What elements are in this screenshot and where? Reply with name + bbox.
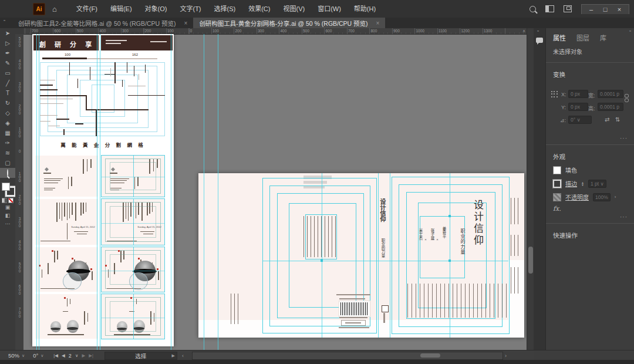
artboard-grid-template[interactable]: 創 研 分 享 100 162 萬 能 黃 金 分 割 網 格 Sunday, … <box>32 34 174 346</box>
scroll-right-icon[interactable]: › <box>505 353 507 359</box>
edit-toolbar-icon[interactable]: ⋯ <box>0 220 15 228</box>
eyedropper-tool[interactable]: ✑ <box>0 138 15 148</box>
transform-more-options[interactable]: ··· <box>546 135 634 141</box>
rectangle-tool[interactable]: ▭ <box>0 68 15 78</box>
chevron-down-icon[interactable]: ∨ <box>75 353 79 358</box>
menu-item[interactable]: 文件(F) <box>70 0 104 18</box>
pen-tool[interactable]: ✒ <box>0 48 15 58</box>
fx-button[interactable]: fx. <box>546 204 634 214</box>
type-tool[interactable]: T <box>0 88 15 98</box>
rotation-select[interactable]: 0° ∨ <box>33 352 43 359</box>
zoom-level-select[interactable]: 50% ∨ <box>8 352 25 359</box>
fill-color-swatch[interactable] <box>553 166 561 174</box>
opacity-link[interactable]: 不透明度 <box>565 193 589 201</box>
thumbnail-spread[interactable] <box>35 247 98 292</box>
scale-tool[interactable]: ◇ <box>0 108 15 118</box>
menu-item[interactable]: 视图(V) <box>276 0 311 18</box>
tab-document-2[interactable]: 创研构图工具-黄金分割网格-分享.ai @ 50 % (RGB/CPU 预览) … <box>193 18 385 28</box>
menu-item[interactable]: 帮助(H) <box>348 0 382 18</box>
panel-collapse-marks[interactable]: ” <box>4 19 5 28</box>
guide[interactable] <box>97 34 97 350</box>
opacity-more-icon[interactable]: › <box>615 194 616 200</box>
menu-item[interactable]: 选择(S) <box>208 0 242 18</box>
tab-close-icon[interactable]: × <box>376 20 380 26</box>
rotate-tool[interactable]: ↻ <box>0 98 15 108</box>
home-icon[interactable]: ⌂ <box>52 5 57 14</box>
opacity-field[interactable]: 100% <box>593 193 611 201</box>
tab-properties[interactable]: 属性 <box>553 33 566 42</box>
back-cover-text-block[interactable] <box>303 216 338 257</box>
link-dimensions-icon[interactable] <box>624 94 629 102</box>
selection-tool[interactable]: ➤ <box>0 28 15 38</box>
workspace-switcher-icon[interactable] <box>564 5 572 12</box>
blend-tool[interactable]: ≋ <box>0 148 15 158</box>
stroke-stepper[interactable]: ▲▼ <box>581 181 584 186</box>
anchor-handle[interactable] <box>448 215 451 217</box>
front-cover-text-block[interactable] <box>407 284 508 318</box>
guide[interactable] <box>171 34 171 350</box>
draw-mode-icon[interactable]: ▣ <box>0 203 15 211</box>
y-field[interactable]: 0 px <box>568 103 588 111</box>
canvas[interactable]: 7006005004003002001000100200300400500600… <box>23 28 527 350</box>
height-field[interactable]: 0.0001 p <box>598 103 623 111</box>
tab-close-icon[interactable]: × <box>184 20 188 26</box>
anchor-handle[interactable] <box>321 259 323 262</box>
stroke-link[interactable]: 描边 <box>565 179 577 188</box>
guide[interactable] <box>218 34 218 350</box>
line-segment-tool[interactable]: ╱ <box>0 78 15 88</box>
search-icon[interactable] <box>530 6 536 12</box>
reference-point-icon[interactable] <box>551 90 558 98</box>
tab-libraries[interactable]: 库 <box>600 33 606 42</box>
menu-item[interactable]: 对象(O) <box>139 0 174 18</box>
golden-ratio-grid-figure[interactable] <box>40 62 165 136</box>
tab-document-1[interactable]: 创研构图工具2-全能等比网格.ai @ 50 % (RGB/CPU 预览) × <box>12 18 193 28</box>
artboard-tool[interactable]: ▢ <box>0 158 15 168</box>
back-cover-credits[interactable] <box>231 294 241 324</box>
horizontal-scrollbar-thumb[interactable] <box>420 353 440 358</box>
thumbnail-spread[interactable]: Sunday, April 15, 2012 <box>102 199 164 245</box>
ruler-origin-corner[interactable] <box>15 28 23 34</box>
gradient-tool[interactable]: ▦ <box>0 128 15 138</box>
menu-item[interactable]: 效果(C) <box>242 0 276 18</box>
cover-title[interactable]: 设计信仰 <box>471 200 485 247</box>
fill-stroke-swatches[interactable] <box>0 181 15 197</box>
flip-vertical-icon[interactable]: ⇅ <box>615 116 620 123</box>
scroll-left-icon[interactable]: ‹ <box>182 353 184 359</box>
opacity-swatch[interactable] <box>553 193 561 201</box>
first-artboard-icon[interactable]: |◀ <box>53 353 58 358</box>
thumbnail-spread[interactable]: Sunday, April 15, 2012 <box>35 199 98 245</box>
zoom-tool[interactable] <box>0 168 15 178</box>
curvature-tool[interactable]: ✎ <box>0 58 15 68</box>
menu-item[interactable]: 文字(T) <box>173 0 207 18</box>
guide[interactable] <box>100 34 100 350</box>
tab-layers[interactable]: 图层 <box>576 33 589 42</box>
stroke-width-field[interactable]: 1 pt ∨ <box>588 180 606 188</box>
direct-selection-tool[interactable]: ▷ <box>0 38 15 48</box>
none-swatch[interactable] <box>8 198 14 203</box>
anchor-handle[interactable] <box>448 259 451 262</box>
guide[interactable] <box>378 173 379 338</box>
guide[interactable] <box>39 34 39 350</box>
status-menu-icon[interactable]: ▶ <box>171 353 174 358</box>
width-tool[interactable]: ◈ <box>0 118 15 128</box>
panel-collapse-marks[interactable]: ” <box>537 29 539 35</box>
scroll-up-icon[interactable]: ∧ <box>522 29 525 33</box>
width-field[interactable]: 0.0001 p <box>598 90 623 98</box>
x-field[interactable]: 0 px <box>568 90 588 98</box>
comment-bubble-icon[interactable] <box>536 38 543 43</box>
thumbnail-spread[interactable] <box>102 294 164 339</box>
horizontal-scrollbar[interactable] <box>192 352 503 360</box>
panel-collapse-marks[interactable]: ” <box>629 29 631 35</box>
appearance-more-options[interactable]: ··· <box>546 214 634 220</box>
fill-swatch[interactable] <box>2 183 10 191</box>
previous-artboard-icon[interactable]: ◀ <box>62 353 65 358</box>
thumbnail-spread[interactable] <box>102 156 164 197</box>
artboard-book-cover-spread[interactable]: 设计信仰 职业的力量 设计信仰 职业的力量 姜奇平 × 张子建 × 米士杰 <box>198 173 524 338</box>
last-artboard-icon[interactable]: ▶| <box>89 353 93 358</box>
cover-subtitle[interactable]: 职业的力量 <box>459 228 466 255</box>
menu-item[interactable]: 编辑(E) <box>104 0 139 18</box>
guide[interactable] <box>204 34 204 350</box>
thumbnail-spread[interactable] <box>35 156 98 197</box>
angle-field[interactable]: 0° ∨ <box>568 116 592 124</box>
next-artboard-icon[interactable]: ▶ <box>82 353 85 358</box>
